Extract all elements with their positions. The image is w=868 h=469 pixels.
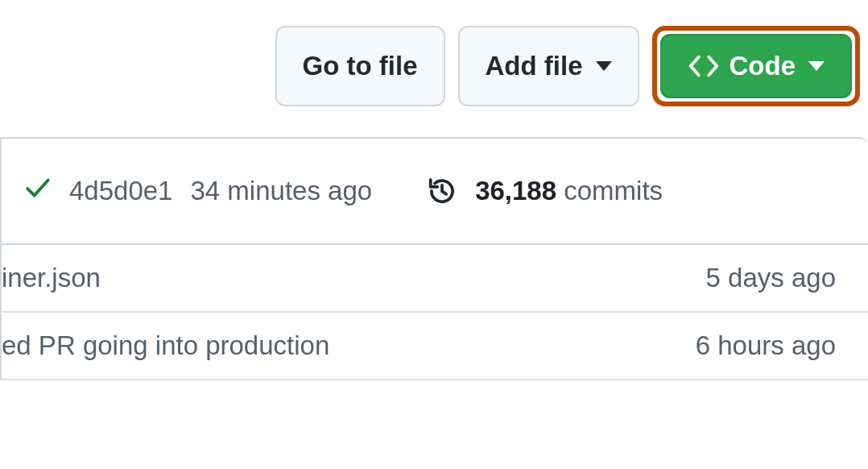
commits-label: commits xyxy=(564,176,663,205)
file-row[interactable]: ed PR going into production 6 hours ago xyxy=(2,313,868,380)
code-button-highlight: Code xyxy=(652,26,861,106)
code-button-label: Code xyxy=(730,51,796,81)
repo-toolbar: Go to file Add file Code xyxy=(0,0,868,132)
commit-summary-panel: 4d5d0e1 34 minutes ago 36,188 commits in… xyxy=(0,137,868,380)
file-row[interactable]: iner.json 5 days ago xyxy=(2,245,868,313)
add-file-label: Add file xyxy=(486,51,583,81)
history-icon[interactable] xyxy=(427,176,457,206)
file-time: 5 days ago xyxy=(706,263,836,293)
code-button[interactable]: Code xyxy=(660,34,853,98)
commit-time: 34 minutes ago xyxy=(190,176,372,206)
commit-summary-header: 4d5d0e1 34 minutes ago 36,188 commits xyxy=(2,139,868,245)
caret-down-icon xyxy=(596,61,612,71)
file-time: 6 hours ago xyxy=(696,330,836,361)
go-to-file-button[interactable]: Go to file xyxy=(275,26,445,106)
go-to-file-label: Go to file xyxy=(303,51,418,81)
caret-down-icon xyxy=(808,61,825,71)
code-icon xyxy=(688,50,720,82)
check-icon xyxy=(24,174,52,208)
commit-message-fragment: ed PR going into production xyxy=(2,330,696,361)
commit-count[interactable]: 36,188 xyxy=(475,176,556,205)
commit-sha[interactable]: 4d5d0e1 xyxy=(69,176,172,206)
add-file-button[interactable]: Add file xyxy=(458,26,639,106)
commit-message-fragment: iner.json xyxy=(2,263,706,293)
